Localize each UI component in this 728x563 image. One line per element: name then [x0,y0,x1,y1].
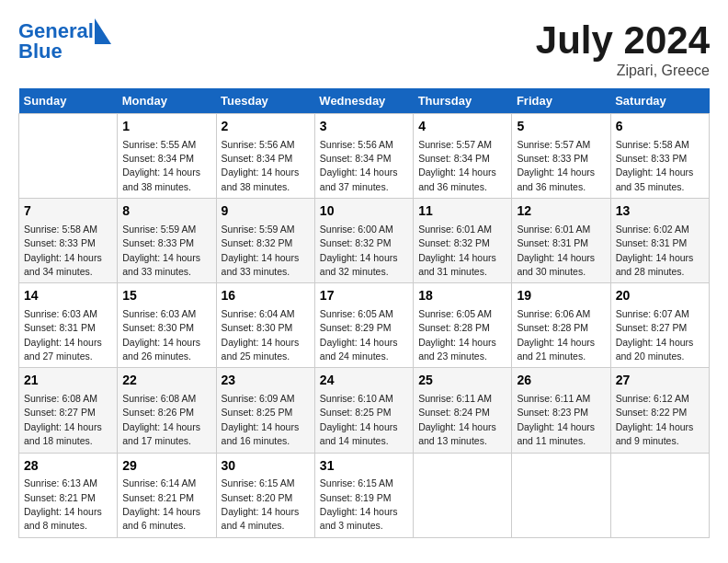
day-number: 29 [122,457,210,476]
day-number: 10 [320,202,408,221]
page-header: General Blue July 2024 Zipari, Greece [18,18,710,79]
calendar-cell: 25Sunrise: 6:11 AMSunset: 8:24 PMDayligh… [414,368,512,453]
calendar-cell [512,453,610,537]
day-info: Sunrise: 6:11 AMSunset: 8:24 PMDaylight:… [418,393,496,446]
day-number: 31 [320,457,408,476]
calendar-cell: 29Sunrise: 6:14 AMSunset: 8:21 PMDayligh… [118,453,216,537]
day-header-saturday: Saturday [610,88,709,114]
subtitle: Zipari, Greece [536,63,710,79]
day-info: Sunrise: 6:10 AMSunset: 8:25 PMDaylight:… [320,393,398,446]
day-number: 4 [418,118,506,136]
day-info: Sunrise: 6:15 AMSunset: 8:20 PMDaylight:… [222,477,300,531]
calendar-cell: 15Sunrise: 6:03 AMSunset: 8:30 PMDayligh… [118,283,216,368]
day-header-sunday: Sunday [19,88,118,114]
calendar-cell: 13Sunrise: 6:02 AMSunset: 8:31 PMDayligh… [610,199,709,283]
logo: General Blue [18,18,113,63]
calendar-cell: 24Sunrise: 6:10 AMSunset: 8:25 PMDayligh… [314,368,413,453]
day-number: 25 [418,372,506,390]
calendar-cell: 31Sunrise: 6:15 AMSunset: 8:19 PMDayligh… [314,453,413,537]
day-info: Sunrise: 5:58 AMSunset: 8:33 PMDaylight:… [616,139,694,192]
calendar-cell: 8Sunrise: 5:59 AMSunset: 8:33 PMDaylight… [118,199,216,283]
day-number: 8 [122,202,210,221]
day-info: Sunrise: 5:56 AMSunset: 8:34 PMDaylight:… [222,139,300,192]
day-number: 30 [222,457,310,476]
calendar-cell: 4Sunrise: 5:57 AMSunset: 8:34 PMDaylight… [414,114,512,199]
day-number: 26 [517,372,605,390]
calendar-cell: 26Sunrise: 6:11 AMSunset: 8:23 PMDayligh… [512,368,610,453]
day-info: Sunrise: 6:05 AMSunset: 8:28 PMDaylight:… [418,308,496,362]
calendar-cell: 18Sunrise: 6:05 AMSunset: 8:28 PMDayligh… [414,283,512,368]
calendar-cell: 21Sunrise: 6:08 AMSunset: 8:27 PMDayligh… [19,368,118,453]
calendar-cell [414,453,512,537]
day-info: Sunrise: 6:07 AMSunset: 8:27 PMDaylight:… [616,308,694,362]
calendar-cell: 9Sunrise: 5:59 AMSunset: 8:32 PMDaylight… [216,199,314,283]
day-number: 21 [24,372,112,390]
day-info: Sunrise: 6:01 AMSunset: 8:32 PMDaylight:… [418,224,496,277]
calendar-cell: 30Sunrise: 6:15 AMSunset: 8:20 PMDayligh… [216,453,314,537]
main-title: July 2024 [536,18,710,63]
day-number: 14 [24,287,112,305]
day-header-friday: Friday [512,88,610,114]
day-number: 23 [222,372,310,390]
day-header-thursday: Thursday [414,88,512,114]
day-number: 6 [616,118,704,136]
day-number: 18 [418,287,506,305]
day-number: 24 [320,372,408,390]
calendar-cell: 2Sunrise: 5:56 AMSunset: 8:34 PMDaylight… [216,114,314,199]
day-info: Sunrise: 6:15 AMSunset: 8:19 PMDaylight:… [320,477,398,531]
week-row: 14Sunrise: 6:03 AMSunset: 8:31 PMDayligh… [19,283,710,368]
day-number: 28 [24,457,112,476]
day-number: 22 [122,372,210,390]
calendar-cell: 14Sunrise: 6:03 AMSunset: 8:31 PMDayligh… [19,283,118,368]
calendar-cell: 20Sunrise: 6:07 AMSunset: 8:27 PMDayligh… [610,283,709,368]
calendar-cell: 12Sunrise: 6:01 AMSunset: 8:31 PMDayligh… [512,199,610,283]
day-number: 27 [616,372,704,390]
calendar-cell: 1Sunrise: 5:55 AMSunset: 8:34 PMDaylight… [118,114,216,199]
logo-text-blue: Blue [18,40,63,63]
day-info: Sunrise: 6:03 AMSunset: 8:30 PMDaylight:… [122,308,200,362]
day-header-monday: Monday [118,88,216,114]
header-row: SundayMondayTuesdayWednesdayThursdayFrid… [19,88,710,114]
week-row: 7Sunrise: 5:58 AMSunset: 8:33 PMDaylight… [19,199,710,283]
day-info: Sunrise: 6:01 AMSunset: 8:31 PMDaylight:… [517,224,595,277]
week-row: 1Sunrise: 5:55 AMSunset: 8:34 PMDaylight… [19,114,710,199]
day-info: Sunrise: 6:11 AMSunset: 8:23 PMDaylight:… [517,393,595,446]
calendar-cell: 11Sunrise: 6:01 AMSunset: 8:32 PMDayligh… [414,199,512,283]
day-number: 11 [418,202,506,221]
calendar-cell [19,114,118,199]
calendar-cell: 17Sunrise: 6:05 AMSunset: 8:29 PMDayligh… [314,283,413,368]
day-number: 16 [222,287,310,305]
calendar-cell: 23Sunrise: 6:09 AMSunset: 8:25 PMDayligh… [216,368,314,453]
day-info: Sunrise: 6:08 AMSunset: 8:27 PMDaylight:… [24,393,102,446]
calendar-cell: 28Sunrise: 6:13 AMSunset: 8:21 PMDayligh… [19,453,118,537]
day-number: 2 [222,118,310,136]
day-info: Sunrise: 6:13 AMSunset: 8:21 PMDaylight:… [24,477,102,531]
calendar-cell: 3Sunrise: 5:56 AMSunset: 8:34 PMDaylight… [314,114,413,199]
calendar-cell: 10Sunrise: 6:00 AMSunset: 8:32 PMDayligh… [314,199,413,283]
calendar-cell: 16Sunrise: 6:04 AMSunset: 8:30 PMDayligh… [216,283,314,368]
week-row: 28Sunrise: 6:13 AMSunset: 8:21 PMDayligh… [19,453,710,537]
day-info: Sunrise: 6:14 AMSunset: 8:21 PMDaylight:… [122,477,200,531]
day-number: 19 [517,287,605,305]
day-info: Sunrise: 5:57 AMSunset: 8:34 PMDaylight:… [418,139,496,192]
day-info: Sunrise: 6:09 AMSunset: 8:25 PMDaylight:… [222,393,300,446]
day-number: 9 [222,202,310,221]
day-info: Sunrise: 5:59 AMSunset: 8:33 PMDaylight:… [122,224,200,277]
day-number: 20 [616,287,704,305]
day-info: Sunrise: 6:12 AMSunset: 8:22 PMDaylight:… [616,393,694,446]
day-number: 12 [517,202,605,221]
calendar-cell [610,453,709,537]
day-info: Sunrise: 5:55 AMSunset: 8:34 PMDaylight:… [122,139,200,192]
calendar-cell: 22Sunrise: 6:08 AMSunset: 8:26 PMDayligh… [118,368,216,453]
day-number: 3 [320,118,408,136]
day-info: Sunrise: 6:05 AMSunset: 8:29 PMDaylight:… [320,308,398,362]
day-number: 5 [517,118,605,136]
calendar-cell: 7Sunrise: 5:58 AMSunset: 8:33 PMDaylight… [19,199,118,283]
day-info: Sunrise: 5:56 AMSunset: 8:34 PMDaylight:… [320,139,398,192]
day-info: Sunrise: 6:04 AMSunset: 8:30 PMDaylight:… [222,308,300,362]
title-block: July 2024 Zipari, Greece [536,18,710,79]
calendar-cell: 5Sunrise: 5:57 AMSunset: 8:33 PMDaylight… [512,114,610,199]
day-info: Sunrise: 5:58 AMSunset: 8:33 PMDaylight:… [24,224,102,277]
calendar-cell: 19Sunrise: 6:06 AMSunset: 8:28 PMDayligh… [512,283,610,368]
calendar-cell: 27Sunrise: 6:12 AMSunset: 8:22 PMDayligh… [610,368,709,453]
